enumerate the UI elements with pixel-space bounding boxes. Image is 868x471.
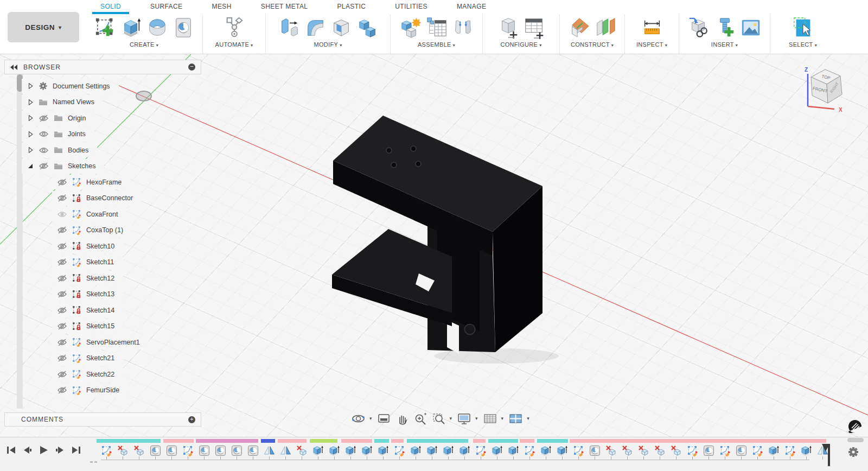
construct-planes-button[interactable] (593, 15, 618, 41)
timeline-feature-extrude[interactable] (442, 443, 455, 457)
sketch-item-femurside[interactable]: FemurSide (52, 383, 149, 399)
fillet-button[interactable] (303, 15, 328, 41)
combine-button[interactable] (355, 15, 380, 41)
chevron-down-icon[interactable]: ▾ (369, 416, 372, 421)
assemble-dropdown[interactable]: ASSEMBLE▾ (418, 41, 455, 48)
tree-item-origin[interactable]: Origin (22, 110, 149, 126)
timeline-feature-extrude[interactable] (507, 443, 520, 457)
timeline-feature-hole[interactable] (149, 443, 162, 457)
sketch-item-sketch15[interactable]: Sketch15 (52, 319, 149, 335)
sketch-item-sketch11[interactable]: Sketch11 (52, 254, 149, 271)
timeline-scrollbar[interactable] (847, 438, 864, 442)
joint-button[interactable] (450, 15, 475, 41)
tree-item-joints[interactable]: Joints (22, 126, 149, 143)
sketch-item-coxatop-1[interactable]: CoxaTop (1) (52, 222, 149, 239)
workspace-switcher-button[interactable]: DESIGN ▾ (8, 12, 79, 42)
timeline-feature-hole[interactable] (735, 443, 748, 457)
timeline-feature-sketch[interactable] (100, 443, 113, 457)
timeline-feature-hole[interactable] (214, 443, 227, 457)
select-dropdown[interactable]: SELECT▾ (789, 41, 817, 48)
timeline-feature-extrude[interactable] (311, 443, 324, 457)
zoom-button[interactable] (412, 411, 429, 426)
view-cube[interactable]: TOP FRONT RIGHT Z X (805, 67, 843, 113)
timeline-feature-sketch[interactable] (572, 443, 585, 457)
press-pull-button[interactable] (277, 15, 302, 41)
visibility-eye-icon[interactable] (56, 243, 68, 250)
timeline-feature-suppressed[interactable] (621, 443, 634, 457)
visibility-eye-icon[interactable] (56, 226, 68, 234)
timeline-feature-sketch[interactable] (686, 443, 699, 457)
grid-layout-button[interactable] (481, 411, 499, 426)
tab-solid[interactable]: SOLID (86, 0, 136, 14)
pan-button[interactable] (394, 411, 411, 426)
timeline-feature-sketch[interactable] (474, 443, 487, 457)
display-settings-button[interactable] (455, 411, 473, 426)
construct-plane-button[interactable] (567, 15, 592, 41)
tab-manage[interactable]: MANAGE (442, 0, 501, 14)
visibility-eye-icon[interactable] (56, 322, 68, 330)
configuration-table-button[interactable] (522, 15, 547, 41)
automate-button[interactable] (222, 15, 247, 41)
expanded-arrow-icon[interactable] (25, 163, 35, 169)
visibility-eye-icon[interactable] (56, 290, 68, 298)
sketch-item-sketch10[interactable]: Sketch10 (52, 238, 149, 254)
minimize-browser-icon[interactable]: − (188, 63, 195, 71)
sketch-item-sketch12[interactable]: Sketch12 (52, 270, 149, 287)
timeline-settings-gear-icon[interactable] (846, 445, 860, 461)
timeline-feature-mirror[interactable] (263, 443, 276, 457)
sketch-item-servoplacement1[interactable]: ServoPlacement1 (52, 334, 149, 351)
browser-panel-header[interactable]: BROWSER − (4, 60, 201, 74)
add-comment-icon[interactable]: + (188, 416, 195, 423)
collapsed-arrow-icon[interactable] (25, 115, 35, 121)
timeline-feature-hole[interactable] (230, 443, 243, 457)
visibility-eye-icon[interactable] (37, 130, 49, 138)
timeline-feature-suppressed[interactable] (637, 443, 650, 457)
timeline-feature-suppressed[interactable] (116, 443, 129, 457)
select-button[interactable] (790, 15, 815, 41)
timeline-feature-extrude[interactable] (800, 443, 813, 457)
timeline-feature-suppressed[interactable] (132, 443, 145, 457)
zoom-window-button[interactable] (431, 411, 448, 426)
sketch-item-sketch22[interactable]: Sketch22 (52, 366, 149, 383)
collapsed-arrow-icon[interactable] (25, 83, 35, 89)
timeline-feature-extrude[interactable] (344, 443, 357, 457)
chevron-down-icon[interactable]: ▾ (475, 416, 478, 421)
canvas-button[interactable] (738, 15, 763, 41)
chevron-down-icon[interactable]: ▾ (501, 416, 504, 421)
tree-item-document-settings[interactable]: Document Settings (22, 78, 149, 94)
inspect-dropdown[interactable]: INSPECT▾ (636, 41, 667, 48)
timeline-feature-hole[interactable] (197, 443, 210, 457)
visibility-eye-icon[interactable] (56, 275, 68, 282)
skip-to-start-button[interactable] (7, 446, 16, 454)
timeline-feature-sketch[interactable] (523, 443, 536, 457)
insert-fastener-button[interactable] (712, 15, 737, 41)
insert-derive-button[interactable] (686, 15, 711, 41)
new-component-button[interactable] (398, 15, 423, 41)
timeline-feature-suppressed[interactable] (653, 443, 666, 457)
timeline-feature-extrude[interactable] (490, 443, 503, 457)
timeline-feature-extrude[interactable] (328, 443, 341, 457)
chevron-down-icon[interactable]: ▾ (527, 416, 529, 421)
visibility-eye-icon[interactable] (56, 371, 68, 378)
visibility-eye-icon[interactable] (56, 307, 68, 314)
tab-mesh[interactable]: MESH (197, 0, 246, 14)
tab-surface[interactable]: SURFACE (136, 0, 197, 14)
sketch-item-sketch21[interactable]: Sketch21 (52, 351, 149, 367)
timeline-feature-extrude[interactable] (376, 443, 390, 457)
timeline-feature-extrude[interactable] (409, 443, 422, 457)
visibility-eye-icon[interactable] (56, 258, 68, 266)
visibility-eye-icon[interactable] (37, 147, 49, 154)
visibility-eye-icon[interactable] (56, 211, 68, 218)
tab-utilities[interactable]: UTILITIES (380, 0, 442, 14)
extrude-button[interactable] (119, 15, 144, 41)
timeline-feature-suppressed[interactable] (669, 443, 682, 457)
visibility-eye-icon[interactable] (37, 162, 49, 170)
timeline-feature-sketch[interactable] (393, 443, 406, 457)
tree-item-sketches[interactable]: Sketches (22, 158, 149, 175)
timeline-feature-hole[interactable] (588, 443, 601, 457)
sketch-item-sketch14[interactable]: Sketch14 (52, 302, 149, 319)
modify-dropdown[interactable]: MODIFY▾ (314, 41, 342, 48)
orbit-button[interactable] (349, 411, 367, 426)
visibility-eye-icon[interactable] (56, 339, 68, 346)
look-at-button[interactable] (375, 411, 392, 426)
